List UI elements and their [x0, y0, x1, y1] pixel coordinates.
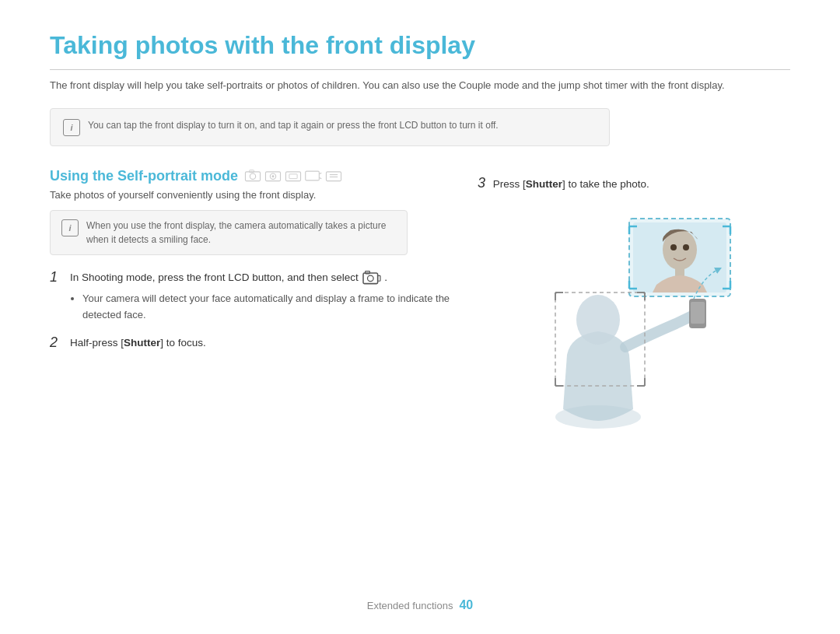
mode-icon-2: [264, 169, 282, 183]
mode-icon-1: [244, 169, 261, 183]
top-note-box: i You can tap the front display to turn …: [50, 108, 610, 146]
section-note-text: When you use the front display, the came…: [86, 219, 396, 247]
note-icon: i: [63, 119, 80, 136]
left-column: Using the Self-portrait mode: [50, 168, 454, 433]
mode-icons: [244, 169, 342, 183]
page-title: Taking photos with the front display: [50, 31, 790, 70]
top-note-text: You can tap the front display to turn it…: [88, 118, 499, 132]
step-3-number: 3: [478, 175, 485, 191]
section-title-row: Using the Self-portrait mode: [50, 168, 454, 184]
step-3: 3 Press [Shutter] to take the photo.: [478, 172, 649, 194]
svg-rect-6: [285, 172, 300, 181]
step-2-text: Half-press [Shutter] to focus.: [70, 335, 206, 352]
right-column: 3 Press [Shutter] to take the photo.: [478, 168, 773, 433]
svg-rect-7: [289, 174, 297, 179]
content-area: Using the Self-portrait mode: [50, 168, 790, 433]
step-2: 2 Half-press [Shutter] to focus.: [50, 335, 454, 352]
svg-rect-22: [691, 302, 705, 324]
camera-illustration: [478, 215, 742, 433]
section-title-text: Using the Self-portrait mode: [50, 168, 238, 184]
select-icon: [362, 269, 382, 286]
svg-rect-14: [363, 273, 378, 284]
svg-rect-8: [306, 171, 320, 180]
intro-text: The front display will help you take sel…: [50, 78, 790, 94]
illustration-svg: [478, 215, 742, 433]
mode-icon-5: [325, 169, 342, 183]
step-1-number: 1: [50, 269, 62, 285]
step-1-bullets: Your camera will detect your face automa…: [70, 291, 454, 324]
steps-list: 1 In Shooting mode, press the front LCD …: [50, 269, 454, 352]
step-1-bullet-1: Your camera will detect your face automa…: [82, 291, 454, 324]
svg-point-26: [683, 244, 689, 250]
svg-point-1: [250, 173, 255, 179]
section-subtitle: Take photos of yourself conveniently usi…: [50, 189, 454, 201]
section-note-icon: i: [61, 219, 79, 236]
svg-rect-17: [377, 276, 380, 282]
step-1-text: In Shooting mode, press the front LCD bu…: [70, 269, 454, 324]
mode-icon-4: [305, 169, 322, 183]
page-number: 40: [459, 598, 473, 612]
footer-label: Extended functions: [367, 600, 453, 611]
svg-point-5: [272, 176, 275, 178]
svg-rect-2: [250, 170, 254, 173]
svg-point-16: [367, 275, 373, 282]
step-1: 1 In Shooting mode, press the front LCD …: [50, 269, 454, 324]
page-container: Taking photos with the front display The…: [0, 0, 840, 634]
svg-rect-15: [365, 271, 369, 274]
svg-point-25: [670, 244, 677, 250]
svg-rect-11: [326, 172, 341, 181]
page-footer: Extended functions 40: [0, 598, 840, 612]
mode-icon-3: [285, 169, 302, 183]
section-note-box: i When you use the front display, the ca…: [50, 210, 408, 255]
step-2-number: 2: [50, 335, 62, 351]
svg-point-20: [576, 295, 620, 345]
